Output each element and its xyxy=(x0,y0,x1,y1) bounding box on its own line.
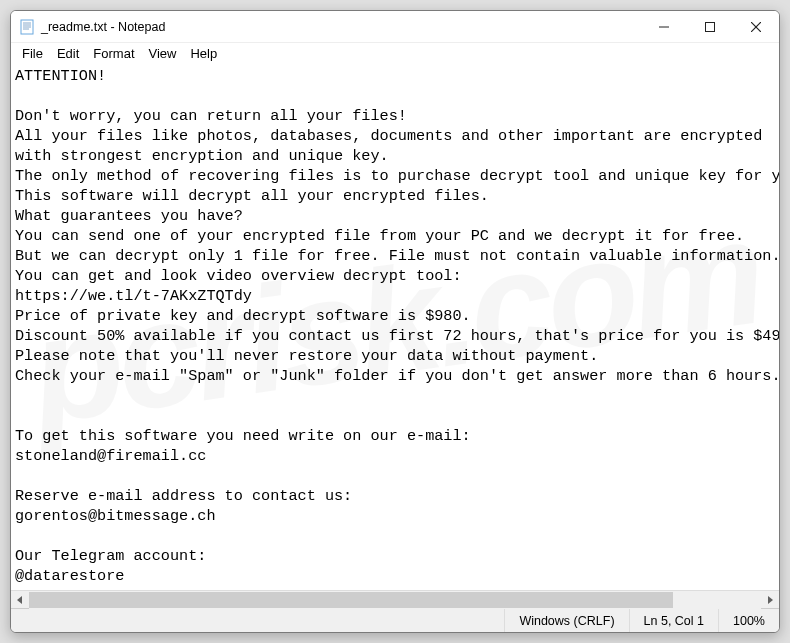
document-text[interactable]: ATTENTION! Don't worry, you can return a… xyxy=(11,64,779,590)
minimize-button[interactable] xyxy=(641,11,687,43)
status-line-ending: Windows (CRLF) xyxy=(504,609,628,632)
scroll-right-icon[interactable] xyxy=(761,591,779,609)
editor-area[interactable]: ATTENTION! Don't worry, you can return a… xyxy=(11,64,779,590)
status-zoom: 100% xyxy=(718,609,779,632)
horizontal-scrollbar[interactable] xyxy=(11,590,779,608)
svg-rect-6 xyxy=(706,23,715,32)
maximize-button[interactable] xyxy=(687,11,733,43)
svg-marker-9 xyxy=(17,596,22,604)
menu-format[interactable]: Format xyxy=(86,45,141,62)
close-button[interactable] xyxy=(733,11,779,43)
statusbar: Windows (CRLF) Ln 5, Col 1 100% xyxy=(11,608,779,632)
menu-view[interactable]: View xyxy=(142,45,184,62)
notepad-icon xyxy=(19,19,35,35)
scrollbar-thumb[interactable] xyxy=(29,592,673,608)
titlebar[interactable]: _readme.txt - Notepad xyxy=(11,11,779,43)
status-cursor: Ln 5, Col 1 xyxy=(629,609,718,632)
notepad-window: _readme.txt - Notepad File Edit Format V… xyxy=(10,10,780,633)
menu-file[interactable]: File xyxy=(15,45,50,62)
menubar: File Edit Format View Help xyxy=(11,43,779,64)
window-title: _readme.txt - Notepad xyxy=(41,20,641,34)
svg-marker-10 xyxy=(768,596,773,604)
window-controls xyxy=(641,11,779,42)
menu-edit[interactable]: Edit xyxy=(50,45,86,62)
scroll-left-icon[interactable] xyxy=(11,591,29,609)
menu-help[interactable]: Help xyxy=(183,45,224,62)
scrollbar-track[interactable] xyxy=(29,591,761,609)
